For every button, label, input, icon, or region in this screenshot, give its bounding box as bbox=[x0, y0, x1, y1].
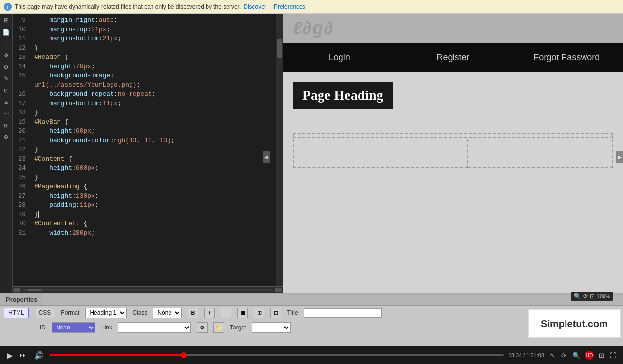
toolbar-icon-3[interactable]: ↕ bbox=[1, 39, 11, 49]
info-icon: i bbox=[4, 3, 12, 11]
nav-bar: Login Register Forgot Password bbox=[283, 43, 623, 72]
list-icon[interactable]: ≡ bbox=[221, 308, 231, 318]
video-controls: ▶ ⏭ 🔊 23:34 / 1:21:08 ↖ ⟳ 🔍 HD ⊡ ⛶ bbox=[0, 346, 623, 364]
toolbar-icon-5[interactable]: ⚙ bbox=[1, 62, 11, 72]
class-label: Class bbox=[132, 309, 147, 316]
scrollbar-thumb[interactable] bbox=[277, 39, 282, 58]
title-input[interactable] bbox=[304, 308, 382, 318]
ctrl-icons-right: ↖ ⟳ 🔍 HD ⊡ ⛶ bbox=[549, 351, 617, 360]
format-select[interactable]: Heading 1 bbox=[85, 308, 127, 318]
properties-left: HTML CSS Format Heading 1 Class None B I… bbox=[0, 306, 526, 346]
css-button[interactable]: CSS bbox=[35, 308, 56, 318]
nav-forgot-password[interactable]: Forgot Password bbox=[510, 43, 623, 72]
main-area: ⊞ 📄 ↕ ✥ ⚙ ✎ ⊡ ≡ ⋯ ⊞ ❖ 9 10 11 12 13 14 1… bbox=[0, 14, 623, 293]
refresh-icon[interactable]: ⟳ bbox=[560, 352, 567, 359]
line-numbers: 9 10 11 12 13 14 15 16 17 18 19 20 21 22… bbox=[13, 14, 30, 286]
id-select[interactable]: None bbox=[52, 322, 95, 333]
folder-icon[interactable]: 📁 bbox=[213, 322, 224, 333]
id-label: ID bbox=[40, 324, 46, 331]
title-label: Title bbox=[287, 309, 298, 316]
bold-icon[interactable]: B bbox=[188, 308, 198, 318]
progress-bar[interactable] bbox=[50, 354, 504, 356]
toolbar-icon-10[interactable]: ⊞ bbox=[1, 121, 11, 130]
settings-icon[interactable]: ⚙ bbox=[197, 322, 208, 333]
list2-icon[interactable]: ≣ bbox=[237, 308, 248, 318]
toolbar-icon-6[interactable]: ✎ bbox=[1, 74, 11, 84]
indent-icon[interactable]: ⊟ bbox=[270, 308, 281, 318]
volume-button[interactable]: 🔊 bbox=[33, 351, 45, 360]
toolbar-icon-7[interactable]: ⊡ bbox=[1, 86, 11, 95]
simpletut-badge: Simpletut.com bbox=[528, 309, 621, 338]
code-content[interactable]: margin-right:auto; margin-top:21px; marg… bbox=[30, 14, 276, 286]
badge-red: HD bbox=[585, 351, 594, 360]
target-select[interactable] bbox=[252, 322, 291, 333]
format-label: Format bbox=[61, 309, 79, 316]
progress-fill bbox=[50, 354, 184, 356]
properties-row-1: HTML CSS Format Heading 1 Class None B I… bbox=[0, 306, 526, 320]
properties-row-2: ID None Link ⚙ 📁 Target bbox=[0, 320, 526, 335]
target-label: Target bbox=[230, 324, 246, 331]
zoom-controls: 🔍 ⟳ ⊡ 100% bbox=[571, 292, 613, 293]
class-select[interactable]: None bbox=[153, 308, 182, 318]
toolbar-icon-9[interactable]: ⋯ bbox=[1, 109, 11, 119]
step-forward-button[interactable]: ⏭ bbox=[19, 351, 28, 360]
info-text: This page may have dynamically-related f… bbox=[15, 3, 241, 10]
zoom-out-icon[interactable]: 🔍 bbox=[571, 352, 581, 359]
toolbar-icon-4[interactable]: ✥ bbox=[1, 51, 11, 60]
time-display: 23:34 / 1:21:08 bbox=[509, 352, 544, 358]
code-panel: 9 10 11 12 13 14 15 16 17 18 19 20 21 22… bbox=[13, 14, 283, 293]
toolbar-icon-8[interactable]: ≡ bbox=[1, 97, 11, 107]
panel-collapse-btn[interactable]: ◀ bbox=[263, 151, 270, 163]
discover-link[interactable]: Discover bbox=[244, 3, 266, 10]
fullscreen-icon[interactable]: ⛶ bbox=[609, 352, 617, 359]
preview-header: ℓ∂g∂ bbox=[283, 14, 623, 43]
toolbar-icon-2[interactable]: 📄 bbox=[1, 27, 11, 37]
pip-icon[interactable]: ⊡ bbox=[598, 352, 605, 359]
link-label: Link bbox=[101, 324, 112, 331]
page-heading: Page Heading bbox=[293, 82, 393, 109]
play-button[interactable]: ▶ bbox=[6, 351, 14, 360]
h-scroll[interactable] bbox=[13, 286, 283, 293]
code-editor[interactable]: 9 10 11 12 13 14 15 16 17 18 19 20 21 22… bbox=[13, 14, 283, 286]
info-bar: i This page may have dynamically-related… bbox=[0, 0, 623, 14]
right-panel-collapse[interactable]: ▶ bbox=[616, 151, 623, 163]
logo-area: ℓ∂g∂ bbox=[293, 18, 334, 38]
scrollbar-track[interactable] bbox=[276, 14, 283, 286]
nav-register[interactable]: Register bbox=[396, 43, 510, 72]
progress-dot bbox=[181, 352, 187, 358]
italic-icon[interactable]: I bbox=[204, 308, 215, 318]
cursor-icon[interactable]: ↖ bbox=[549, 352, 556, 359]
preferences-link[interactable]: Preferences bbox=[274, 3, 305, 10]
properties-inner: HTML CSS Format Heading 1 Class None B I… bbox=[0, 306, 623, 346]
nav-login[interactable]: Login bbox=[283, 43, 396, 72]
properties-tab: Properties bbox=[0, 294, 43, 305]
preview-panel: ℓ∂g∂ Login Register Forgot Password Page… bbox=[283, 14, 623, 293]
toolbar-icon-11[interactable]: ❖ bbox=[1, 132, 11, 142]
simpletut-badge-area: Simpletut.com bbox=[526, 306, 623, 346]
left-toolbar: ⊞ 📄 ↕ ✥ ⚙ ✎ ⊡ ≡ ⋯ ⊞ ❖ bbox=[0, 14, 13, 293]
properties-panel: Properties HTML CSS Format Heading 1 Cla… bbox=[0, 293, 623, 346]
link-select[interactable] bbox=[118, 322, 191, 333]
html-button[interactable]: HTML bbox=[4, 308, 29, 318]
toolbar-icon-1[interactable]: ⊞ bbox=[1, 16, 11, 25]
align-icon[interactable]: ⊞ bbox=[254, 308, 264, 318]
preview-content: Page Heading bbox=[283, 72, 623, 293]
